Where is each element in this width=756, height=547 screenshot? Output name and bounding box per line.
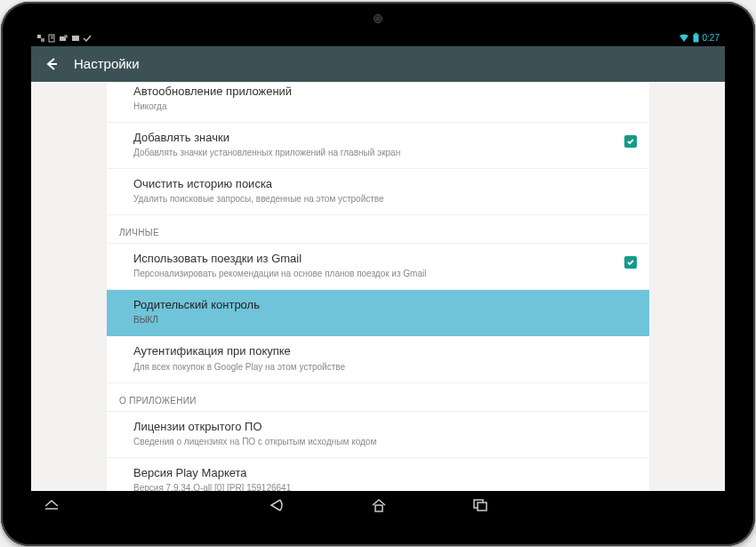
back-button[interactable]: [44, 57, 58, 71]
section-header: ЛИЧНЫЕ: [107, 215, 649, 244]
settings-item-title: Очистить историю поиска: [133, 176, 628, 192]
settings-item[interactable]: Родительский контрольВЫКЛ: [107, 290, 649, 336]
settings-item-title: Автообновление приложений: [133, 84, 628, 100]
content-area: Автообновление приложенийНикогдаДобавлят…: [31, 82, 725, 519]
svg-rect-12: [375, 505, 382, 511]
status-time: 0:27: [703, 33, 720, 43]
nav-home-button[interactable]: [371, 498, 387, 512]
settings-item[interactable]: Автообновление приложенийНикогда: [107, 82, 649, 123]
settings-item-text: Родительский контрольВЫКЛ: [133, 297, 637, 326]
svg-point-6: [64, 35, 68, 38]
check-icon: [83, 34, 92, 43]
settings-item-title: Добавлять значки: [133, 130, 615, 146]
status-left-icons: [36, 34, 92, 43]
settings-panel: Автообновление приложенийНикогдаДобавлят…: [107, 82, 649, 519]
screen: 0:27 Настройки Автообновление приложений…: [31, 30, 725, 519]
settings-item[interactable]: Лицензии открытого ПОСведения о лицензия…: [107, 412, 649, 458]
notification-icon: [71, 34, 80, 43]
settings-item-text: Аутентификация при покупкеДля всех покуп…: [133, 343, 637, 373]
notification-icon: [48, 34, 57, 43]
svg-rect-14: [478, 503, 487, 511]
settings-item[interactable]: Аутентификация при покупкеДля всех покуп…: [107, 336, 649, 382]
settings-item-subtitle: Никогда: [133, 101, 628, 113]
svg-rect-9: [693, 35, 698, 43]
settings-item-subtitle: Удалить поисковые запросы, введенные на …: [133, 193, 628, 205]
svg-rect-0: [37, 35, 41, 38]
settings-list: Автообновление приложенийНикогдаДобавлят…: [107, 82, 649, 519]
status-right-icons: 0:27: [679, 33, 720, 43]
settings-item-title: Версия Play Маркета: [133, 465, 628, 481]
navigation-bar: [31, 491, 725, 519]
settings-item-subtitle: Персонализировать рекомендации на основе…: [133, 268, 615, 280]
svg-rect-7: [72, 36, 79, 41]
battery-icon: [693, 33, 699, 43]
notification-icon: [60, 34, 68, 43]
settings-item-text: Использовать поездки из GmailПерсонализи…: [133, 251, 624, 280]
settings-item-subtitle: Добавлять значки установленных приложени…: [133, 147, 615, 159]
settings-item-text: Добавлять значкиДобавлять значки установ…: [133, 130, 624, 159]
settings-item-subtitle: Для всех покупок в Google Play на этом у…: [133, 361, 628, 374]
nav-apps-button[interactable]: [44, 499, 60, 511]
settings-item-text: Лицензии открытого ПОСведения о лицензия…: [133, 419, 637, 448]
toolbar: Настройки: [31, 46, 725, 82]
section-header: О ПРИЛОЖЕНИИ: [107, 383, 649, 412]
settings-item[interactable]: Добавлять значкиДобавлять значки установ…: [107, 123, 649, 169]
svg-rect-1: [41, 38, 44, 42]
page-title: Настройки: [74, 56, 140, 71]
settings-item-title: Родительский контроль: [133, 297, 628, 313]
settings-item-title: Аутентификация при покупке: [133, 343, 628, 359]
notification-icon: [36, 34, 45, 43]
settings-item-text: Автообновление приложенийНикогда: [133, 84, 637, 113]
settings-item-subtitle: ВЫКЛ: [133, 314, 628, 326]
device-camera: [374, 14, 382, 23]
nav-back-button[interactable]: [268, 498, 286, 512]
status-bar: 0:27: [31, 30, 725, 46]
settings-item-title: Использовать поездки из Gmail: [133, 251, 615, 267]
settings-item-subtitle: Сведения о лицензиях на ПО с открытым ис…: [133, 436, 628, 448]
settings-item-title: Лицензии открытого ПО: [133, 419, 628, 435]
svg-rect-8: [695, 33, 697, 35]
settings-item[interactable]: Использовать поездки из GmailПерсонализи…: [107, 244, 649, 290]
settings-item[interactable]: Очистить историю поискаУдалить поисковые…: [107, 169, 649, 215]
checkbox-checked-icon[interactable]: [624, 135, 637, 148]
nav-recent-button[interactable]: [472, 498, 488, 512]
tablet-frame: 0:27 Настройки Автообновление приложений…: [1, 2, 755, 546]
wifi-icon: [679, 34, 689, 43]
checkbox-checked-icon[interactable]: [624, 256, 637, 269]
settings-item-text: Очистить историю поискаУдалить поисковые…: [133, 176, 637, 205]
